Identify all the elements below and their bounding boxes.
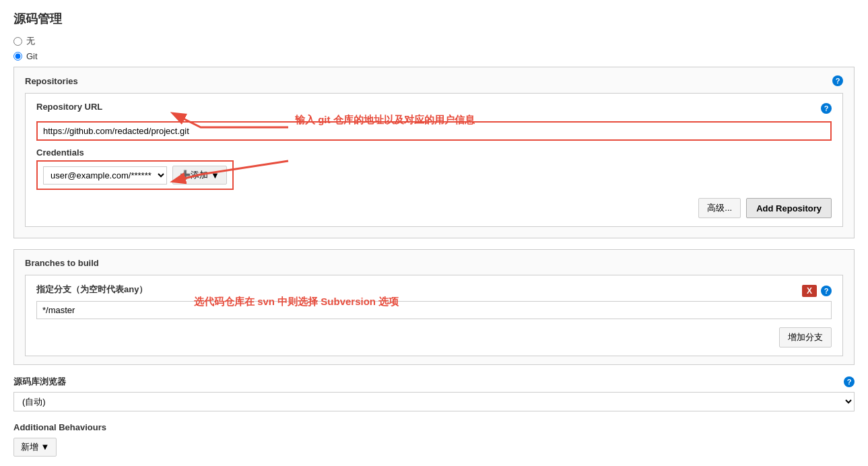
repo-url-help-icon[interactable]: ? [821, 103, 832, 114]
credentials-select[interactable]: user@example.com/****** [43, 166, 167, 185]
source-browser-header: 源码库浏览器 ? [13, 376, 855, 388]
repositories-help-icon[interactable]: ? [832, 75, 843, 86]
credentials-block: Credentials user@example.com/****** ➕添加 … [36, 147, 832, 190]
radio-git[interactable]: Git [13, 51, 855, 61]
radio-none-label: 无 [26, 35, 35, 47]
repo-url-input[interactable] [36, 121, 832, 141]
additional-behaviours-section: Additional Behaviours 新增 ▼ [13, 422, 855, 457]
credentials-box: user@example.com/****** ➕添加 ▼ [36, 160, 234, 190]
repo-url-label: Repository URL [36, 102, 102, 112]
advanced-button[interactable]: 高级... [698, 198, 741, 218]
repo-url-block: Repository URL ? [36, 102, 832, 141]
add-credentials-button[interactable]: ➕添加 ▼ [172, 166, 227, 185]
add-repository-button[interactable]: Add Repository [746, 198, 832, 218]
repo-action-row: 高级... Add Repository [36, 198, 832, 218]
branch-help-icon[interactable]: ? [821, 286, 832, 296]
source-browser-help-icon[interactable]: ? [844, 376, 855, 387]
source-browser-section: 源码库浏览器 ? (自动) Hudson Git Phabricator [13, 376, 855, 411]
add-branch-button[interactable]: 增加分支 [779, 327, 832, 347]
radio-none[interactable]: 无 [13, 35, 855, 47]
radio-none-input[interactable] [13, 37, 22, 46]
additional-behaviours-title: Additional Behaviours [13, 422, 855, 432]
repo-url-header: Repository URL ? [36, 102, 832, 114]
delete-branch-button[interactable]: X [802, 285, 817, 297]
repositories-section: Repositories ? Repository URL ? Credenti… [13, 67, 855, 238]
source-browser-label: 源码库浏览器 [13, 376, 66, 388]
add-branch-row: 增加分支 [36, 327, 832, 347]
radio-git-label: Git [26, 51, 38, 61]
branch-input[interactable] [36, 301, 832, 319]
branch-label-row: 指定分支（为空时代表any） X ? [36, 284, 832, 298]
repositories-label: Repositories [25, 76, 78, 86]
new-behaviour-button[interactable]: 新增 ▼ [13, 438, 57, 457]
new-behaviour-label: 新增 ▼ [21, 441, 49, 453]
repositories-header: Repositories ? [25, 75, 843, 86]
scm-radio-group: 无 Git [13, 35, 855, 61]
page-title: 源码管理 [13, 11, 855, 27]
branches-title: Branches to build [25, 258, 843, 268]
add-credentials-chevron: ▼ [211, 170, 220, 180]
source-browser-select[interactable]: (自动) Hudson Git Phabricator [13, 392, 855, 411]
add-credentials-label: ➕添加 [180, 169, 208, 181]
branch-label: 指定分支（为空时代表any） [36, 284, 147, 296]
radio-git-input[interactable] [13, 52, 22, 61]
credentials-label: Credentials [36, 147, 832, 158]
branches-section: Branches to build 指定分支（为空时代表any） X ? 选代码… [13, 249, 855, 365]
